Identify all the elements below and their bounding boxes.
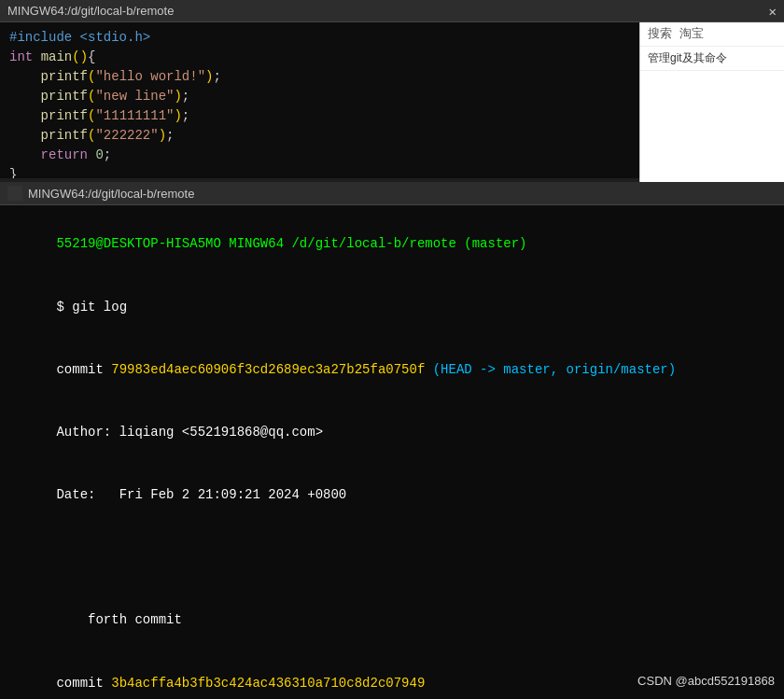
git-label-text: 管理git及其命令 <box>648 51 727 64</box>
right-panel: litor.csdn.net/md? 搜索 淘宝 管理git及其命令 <box>639 0 784 182</box>
terminal-prompt: 55219@DESKTOP-HISA5MO MINGW64 /d/git/loc… <box>9 213 775 275</box>
terminal-icon <box>7 186 22 201</box>
terminal-command: $ git log <box>9 275 775 338</box>
csdn-watermark: CSDN @abcd552191868 <box>637 674 775 688</box>
dollar-sign: $ git log <box>56 300 127 315</box>
editor-titlebar: MINGW64:/d/git/local-b/remote ✕ <box>0 0 784 22</box>
prompt-path: 55219@DESKTOP-HISA5MO MINGW64 /d/git/loc… <box>56 236 526 251</box>
search-label[interactable]: 搜索 <box>648 25 672 42</box>
date-1: Date: Fri Feb 2 21:09:21 2024 +0800 <box>56 487 346 502</box>
commit-1-date: Date: Fri Feb 2 21:09:21 2024 +0800 <box>9 464 775 526</box>
commit-ref-1: (HEAD -> master, origin/master) <box>425 362 676 377</box>
msg-text-1: forth commit <box>56 612 181 627</box>
code-editor: litor.csdn.net/md? 搜索 淘宝 管理git及其命令 MINGW… <box>0 0 784 182</box>
terminal: MINGW64:/d/git/local-b/remote 55219@DESK… <box>0 182 784 699</box>
close-icon[interactable]: ✕ <box>769 3 777 19</box>
git-label: 管理git及其命令 <box>640 47 784 71</box>
author-label-1: Author: liqiang <552191868@qq.com> <box>56 425 323 440</box>
commit-hash-2: 3b4acffa4b3fb3c424ac436310a710c8d2c07949 <box>111 676 425 691</box>
commit-1-hash-line: commit 79983ed4aec60906f3cd2689ec3a27b25… <box>9 338 775 400</box>
commit-1-msg-text: forth commit <box>9 589 775 651</box>
commit-label-2: commit <box>56 676 111 691</box>
commit-1-author: Author: liqiang <552191868@qq.com> <box>9 401 775 464</box>
terminal-content[interactable]: 55219@DESKTOP-HISA5MO MINGW64 /d/git/loc… <box>0 205 784 696</box>
terminal-title: MINGW64:/d/git/local-b/remote <box>28 187 194 201</box>
commit-1-msg <box>9 526 775 589</box>
commit-hash-1: 79983ed4aec60906f3cd2689ec3a27b25fa0750f <box>111 362 425 377</box>
taobao-label[interactable]: 淘宝 <box>679 25 704 42</box>
editor-title: MINGW64:/d/git/local-b/remote <box>7 4 174 18</box>
commit-label-1: commit <box>56 362 111 377</box>
search-bar: 搜索 淘宝 <box>640 21 784 47</box>
msg-1 <box>56 550 63 565</box>
terminal-titlebar: MINGW64:/d/git/local-b/remote <box>0 182 784 205</box>
